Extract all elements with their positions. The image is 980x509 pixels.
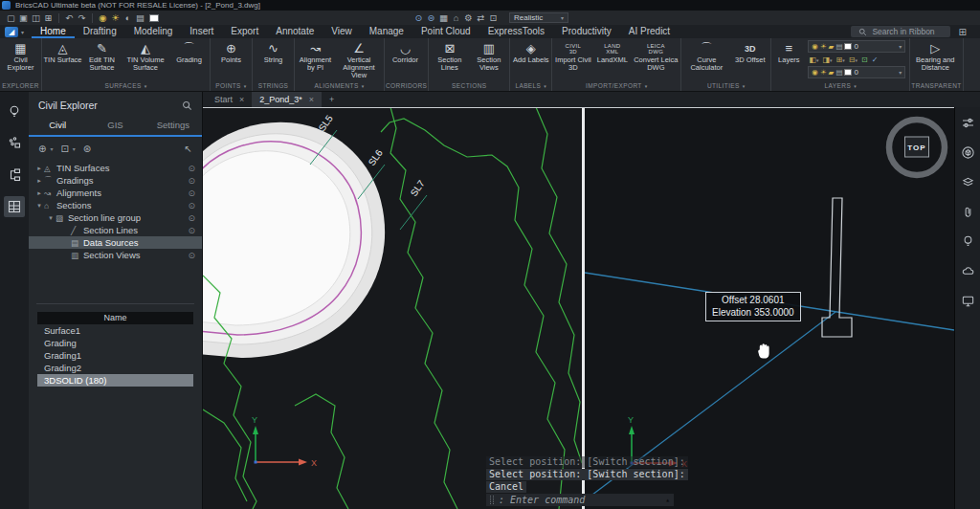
plan-viewport[interactable]: SL5 SL6 SL7 Y X (203, 107, 582, 509)
visual-style-select[interactable]: Realistic ▾ (509, 12, 568, 23)
visibility-eye-icon[interactable]: ⊙ (188, 201, 195, 210)
expand-arrow-icon[interactable]: ▸ (34, 189, 44, 197)
undo-icon[interactable]: ↶ (63, 12, 76, 23)
expand-arrow-icon[interactable]: ▸ (34, 177, 44, 185)
tree-item-section-lines[interactable]: ╱ Section Lines ⊙ (29, 224, 202, 236)
tab-civil[interactable]: Civil (29, 116, 86, 135)
tab-gis[interactable]: GIS (86, 116, 144, 135)
attachments-panel-icon[interactable] (961, 205, 975, 223)
layers-panel-icon[interactable] (961, 175, 975, 193)
new-file-icon[interactable]: ▢ (5, 12, 17, 23)
edit-tin-surface-button[interactable]: ✎ Edit TIN Surface (82, 38, 122, 72)
tree-item-gradings[interactable]: ▸ ⌒ Gradings ⊙ (29, 174, 202, 187)
string-button[interactable]: ∿ String (254, 38, 293, 64)
close-icon[interactable]: × (309, 95, 314, 104)
tab-settings[interactable]: Settings (145, 116, 202, 135)
layer-state-select[interactable]: ◉ ☀ ▰ ▤ 0 ▾ (808, 66, 905, 78)
save-icon[interactable]: ◫ (30, 12, 42, 23)
layers-button[interactable]: ≡ Layers (772, 38, 805, 64)
ribbon-panel-toggle-icon[interactable]: ⊞ (959, 27, 967, 37)
corridor-button[interactable]: ◡ Corridor (386, 38, 425, 64)
section-views-button[interactable]: ▥ Section Views (469, 38, 508, 72)
tree-item-section-line-group[interactable]: ▾ ▨ Section line group ⊙ (29, 211, 202, 224)
tab-modeling[interactable]: Modeling (125, 25, 182, 38)
tab-manage[interactable]: Manage (361, 25, 412, 38)
tab-productivity[interactable]: Productivity (553, 25, 620, 38)
tree-item-sections[interactable]: ▾ ⌂ Sections ⊙ (29, 199, 202, 211)
bearing-distance-button[interactable]: ▷ Bearing and Distance (911, 38, 959, 72)
layer-tool-icon[interactable]: ✓ (872, 55, 879, 64)
add-group-button[interactable]: ⊡ (60, 144, 68, 154)
tab-expresstools[interactable]: ExpressTools (479, 25, 553, 38)
visibility-eye-icon[interactable]: ⊙ (188, 176, 195, 186)
chevron-down-icon[interactable]: ▾ (21, 29, 24, 35)
civil-explorer-panel-icon[interactable] (4, 196, 25, 217)
landxml-button[interactable]: LAND XML LandXML (592, 38, 632, 64)
chevron-down-icon[interactable]: ▾ (50, 145, 53, 152)
selection-icon[interactable]: ⊙ (412, 12, 425, 23)
layer-tool-icon[interactable]: ◧▾ (809, 55, 818, 64)
app-menu-button[interactable]: ◢ (5, 27, 18, 37)
grading-button[interactable]: ⌒ Grading (169, 38, 209, 64)
view-cube-panel-icon[interactable] (961, 145, 975, 164)
tin-surface-button[interactable]: ◬ TIN Surface (43, 38, 82, 64)
new-tab-button[interactable]: + (322, 92, 342, 107)
layer-select[interactable]: ◉ ☀ ▰ ▤ 0 ▾ (808, 40, 905, 53)
table-row[interactable]: Grading1 (37, 349, 193, 362)
doc-tab-2-pond-3[interactable]: 2_Pond_3* × (252, 92, 322, 107)
alignment-by-pi-button[interactable]: ↝ Alignment by PI (296, 38, 335, 72)
visibility-eye-icon[interactable]: ⊙ (188, 251, 195, 260)
tab-drafting[interactable]: Drafting (75, 25, 125, 38)
doc-tab-start[interactable]: Start × (207, 92, 252, 107)
tree-item-alignments[interactable]: ▸ ↝ Alignments ⊙ (29, 187, 202, 199)
switch-view-icon[interactable]: ⇄ (475, 12, 487, 23)
table-row[interactable]: Grading2 (37, 362, 193, 374)
viewport-divider[interactable] (582, 107, 585, 509)
3d-offset-button[interactable]: 3D 3D Offset (730, 38, 769, 64)
tab-annotate[interactable]: Annotate (267, 25, 323, 38)
color-swatch[interactable] (149, 14, 159, 22)
tab-ai-predict[interactable]: AI Predict (620, 25, 679, 38)
tab-insert[interactable]: Insert (181, 25, 222, 38)
expand-caret-icon[interactable]: ▴ (665, 496, 670, 504)
viewport-icon[interactable]: ⊡ (487, 12, 500, 23)
import-button[interactable]: ⊛ (83, 144, 91, 154)
civil-explorer-button[interactable]: ▦ Civil Explorer (1, 38, 40, 72)
display-panel-icon[interactable] (961, 294, 975, 312)
tree-item-section-views[interactable]: ▥ Section Views ⊙ (29, 249, 202, 261)
open-file-icon[interactable]: ▣ (17, 12, 30, 23)
visibility-eye-icon[interactable]: ⊙ (188, 226, 195, 235)
command-input[interactable]: : Enter command ▴ (486, 494, 674, 506)
cloud-panel-icon[interactable] (961, 264, 975, 282)
search-icon[interactable] (182, 100, 192, 111)
tab-home[interactable]: Home (32, 25, 75, 38)
properties-sliders-icon[interactable] (961, 116, 975, 134)
vertical-alignment-view-button[interactable]: ∠ Vertical Alignment View (335, 38, 383, 79)
points-button[interactable]: ⊕ Points (212, 38, 251, 64)
tab-export[interactable]: Export (222, 25, 267, 38)
tab-view[interactable]: View (323, 25, 361, 38)
redo-icon[interactable]: ↷ (76, 12, 88, 23)
layer-tool-icon[interactable]: ⊟▾ (849, 55, 858, 64)
curve-calculator-button[interactable]: ⌒ Curve Calculator (682, 38, 730, 72)
hint-bulb-icon[interactable] (4, 101, 25, 122)
close-icon[interactable]: × (239, 95, 244, 104)
home-view-icon[interactable]: ⌂ (450, 12, 462, 23)
visibility-eye-icon[interactable]: ⊙ (188, 188, 195, 198)
add-item-button[interactable]: ⊕ (38, 144, 46, 154)
save-as-icon[interactable]: ⊞ (42, 12, 55, 23)
import-civil3d-button[interactable]: CIVIL 3D Import Civil 3D (553, 38, 592, 72)
table-row-selected[interactable]: 3DSOLID (180) (37, 374, 193, 387)
layer-lock-icon[interactable]: ◐ (122, 12, 134, 23)
layer-thaw-icon[interactable]: ☀ (109, 12, 122, 23)
convert-leica-dwg-button[interactable]: LEICA DWG Convert Leica DWG (632, 38, 679, 72)
tree-item-tin-surfaces[interactable]: ▸ ◬ TIN Surfaces ⊙ (29, 162, 202, 174)
select-cursor-icon[interactable]: ↖ (185, 144, 192, 154)
layer-tool-icon[interactable]: ⊞▾ (835, 55, 844, 64)
tin-volume-surface-button[interactable]: ◭ TIN Volume Surface (122, 38, 169, 72)
table-row[interactable]: Grading (37, 337, 193, 349)
snap-icon[interactable]: ⊜ (425, 12, 437, 23)
tips-bulb-icon[interactable] (961, 234, 975, 253)
points-manager-icon[interactable] (4, 133, 25, 154)
expand-arrow-icon[interactable]: ▸ (34, 165, 44, 172)
